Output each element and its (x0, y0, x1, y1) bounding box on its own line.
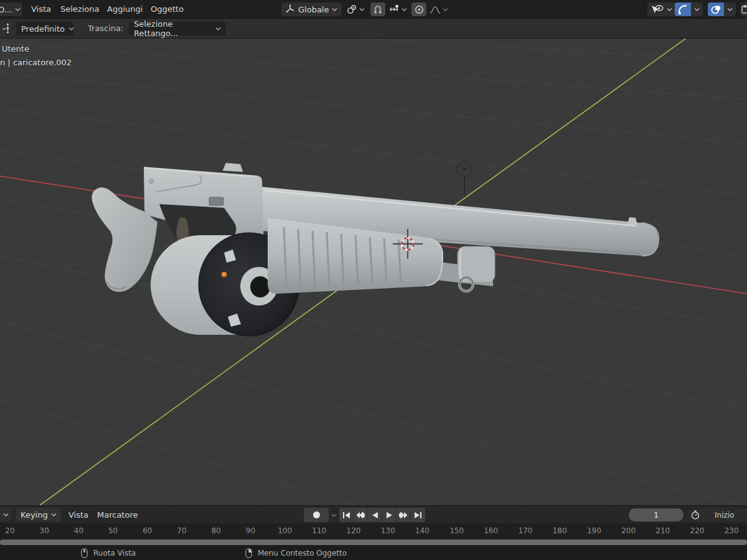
ruler-tick[interactable]: 150 (449, 526, 464, 535)
timeline-scrollbar-thumb[interactable] (0, 539, 747, 545)
proportional-editing-button[interactable] (411, 2, 426, 16)
ruler-tick[interactable]: 110 (312, 526, 326, 535)
overlays-toggle-button[interactable] (708, 2, 724, 16)
ruler-tick[interactable]: 210 (655, 526, 670, 535)
play-button[interactable] (382, 508, 397, 522)
chevron-down-icon (727, 7, 733, 12)
orientation-label: Globale (298, 5, 329, 14)
chevron-down-icon (359, 7, 365, 12)
ruler-tick[interactable]: 100 (278, 526, 292, 535)
menu-aggiungi[interactable]: Aggiungi (107, 3, 143, 16)
play-reverse-button[interactable] (368, 508, 382, 522)
ruler-tick[interactable]: 120 (347, 526, 361, 535)
proportional-falloff-dropdown[interactable] (428, 2, 450, 16)
overlays-dropdown[interactable] (724, 2, 736, 16)
playback-controls (339, 508, 425, 522)
gun-model[interactable] (92, 163, 659, 336)
chevron-down-icon (51, 513, 57, 517)
gun-front-sight (627, 217, 637, 225)
start-frame-field[interactable]: Inizio (687, 508, 747, 521)
chevron-down-icon (3, 513, 9, 517)
ruler-tick[interactable]: 90 (246, 526, 255, 535)
visibility-dropdown[interactable] (647, 2, 676, 16)
xray-toggle-button[interactable] (740, 2, 747, 16)
tool-preset-label: Predefinito (21, 24, 65, 34)
record-button[interactable] (304, 508, 329, 522)
ruler-tick[interactable]: 140 (415, 526, 430, 535)
editor-mode-label: O... (0, 5, 12, 14)
viewport-view-label: Utente (2, 44, 29, 54)
viewport-object-label: n | caricatore.002 (0, 58, 72, 67)
ruler-tick[interactable]: 180 (553, 526, 567, 535)
gizmo-icon (678, 4, 688, 14)
ruler-tick[interactable]: 170 (519, 526, 533, 535)
snap-target-dropdown[interactable] (387, 2, 409, 16)
keying-dropdown[interactable]: Keying (16, 508, 61, 521)
object-origin-dot (222, 272, 227, 277)
ruler-tick[interactable]: 30 (40, 526, 49, 535)
xray-icon (741, 5, 747, 14)
ruler-tick[interactable]: 130 (381, 526, 395, 535)
timeline-header: Keying Vista Marcatore 1 Inizio (0, 505, 747, 523)
chevron-down-icon (215, 27, 221, 31)
drag-mode-value: Selezione Rettango... (134, 19, 212, 38)
status-bar: Ruota Vista Menu Contesto Oggetto (0, 546, 747, 560)
right-mouse-icon (245, 548, 252, 558)
timeline-ruler[interactable]: 2030405060708090100110120130140150160170… (0, 523, 747, 539)
timeline-editor-dropdown[interactable] (0, 508, 11, 521)
timeline-scrollbar (0, 539, 747, 546)
gizmos-dropdown[interactable] (691, 2, 703, 16)
viewport-3d[interactable]: Utente n | caricatore.002 (0, 39, 747, 505)
snap-toggle-button[interactable] (370, 2, 385, 16)
jump-to-start-button[interactable] (339, 508, 354, 522)
transform-orientation-dropdown[interactable]: Globale (281, 2, 342, 16)
jump-to-end-button[interactable] (411, 508, 425, 522)
ruler-tick[interactable]: 20 (5, 526, 14, 535)
editor-mode-dropdown[interactable]: O... (0, 2, 22, 16)
pivot-icon (347, 4, 357, 14)
status-hint-right: Menu Contesto Oggetto (258, 549, 347, 558)
ruler-tick[interactable]: 190 (587, 526, 601, 535)
ruler-tick[interactable]: 60 (143, 526, 152, 535)
viewport-canvas[interactable] (0, 39, 747, 505)
record-icon (312, 511, 321, 519)
status-hint-left: Ruota Vista (93, 549, 136, 558)
snap-increment-icon (389, 5, 399, 14)
light-object-marker[interactable] (457, 162, 472, 195)
magnet-icon (374, 5, 382, 14)
next-keyframe-button[interactable] (397, 508, 411, 522)
current-frame-value: 1 (654, 511, 659, 520)
gun-rear-sight (223, 163, 243, 172)
overlays-icon (711, 5, 721, 14)
gizmos-toggle-button[interactable] (675, 2, 691, 16)
stopwatch-icon (691, 510, 700, 520)
chevron-down-icon (402, 7, 407, 12)
menu-vista[interactable]: Vista (31, 3, 51, 16)
tool-preset-dropdown[interactable]: Predefinito (16, 22, 73, 35)
current-frame-field[interactable]: 1 (629, 508, 684, 521)
ruler-tick[interactable]: 220 (690, 526, 705, 535)
drag-mode-dropdown[interactable]: Selezione Rettango... (129, 22, 226, 35)
active-tool-icon (2, 23, 13, 35)
ruler-tick[interactable]: 230 (725, 526, 739, 535)
pivot-point-dropdown[interactable] (344, 2, 367, 16)
ruler-tick[interactable]: 50 (108, 526, 118, 535)
menu-oggetto[interactable]: Oggetto (151, 3, 184, 16)
timeline-menu-marcatore[interactable]: Marcatore (97, 510, 138, 521)
topbar: O... Vista Seleziona Aggiungi Oggetto Gl… (0, 0, 747, 19)
ruler-tick[interactable]: 80 (212, 526, 221, 535)
tool-settings-bar: Predefinito Trascina: Selezione Rettango… (0, 19, 747, 39)
keying-label: Keying (21, 510, 48, 520)
ruler-tick[interactable]: 40 (74, 526, 83, 535)
ruler-tick[interactable]: 200 (621, 526, 636, 535)
ruler-tick[interactable]: 70 (177, 526, 186, 535)
chevron-down-icon (443, 7, 448, 12)
menu-seleziona[interactable]: Seleziona (60, 3, 99, 16)
ruler-tick[interactable]: 160 (484, 526, 498, 535)
timeline-menu-vista[interactable]: Vista (68, 510, 88, 521)
record-options-chevron[interactable] (331, 513, 337, 518)
falloff-curve-icon (430, 6, 441, 14)
orientation-axes-icon (286, 4, 295, 15)
middle-mouse-icon (81, 548, 88, 558)
prev-keyframe-button[interactable] (354, 508, 368, 522)
